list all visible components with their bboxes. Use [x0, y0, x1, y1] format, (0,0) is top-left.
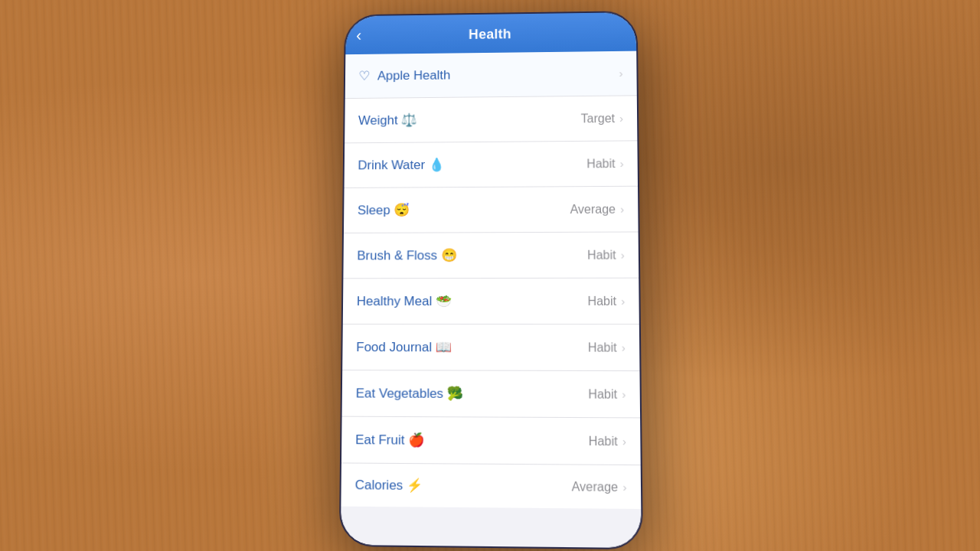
item-title-weight: Weight ⚖️ [358, 112, 417, 129]
chevron-icon-weight: › [619, 112, 623, 125]
item-right-drink-water: Habit › [586, 157, 624, 171]
item-left: ♡ Apple Health [358, 65, 617, 83]
item-badge-eat-vegetables: Habit [588, 387, 617, 401]
list-item-eat-vegetables[interactable]: Eat Vegetables 🥦 Habit › [342, 370, 641, 418]
list-item-healthy-meal[interactable]: Healthy Meal 🥗 Habit › [343, 279, 639, 325]
item-left-eat-fruit: Eat Fruit 🍎 [355, 432, 589, 449]
item-right-eat-vegetables: Habit › [588, 387, 626, 402]
chevron-icon-eat-fruit: › [622, 435, 626, 448]
item-badge-calories: Average [571, 480, 618, 494]
item-title-apple-health: Apple Health [377, 67, 450, 83]
chevron-icon-brush-floss: › [621, 249, 625, 262]
back-icon: ‹ [356, 26, 361, 45]
list-item-calories[interactable]: Calories ⚡ Average › [341, 464, 641, 510]
list-item-weight[interactable]: Weight ⚖️ Target › [345, 96, 637, 143]
item-right-eat-fruit: Habit › [589, 434, 627, 448]
item-left-weight: Weight ⚖️ [358, 111, 581, 129]
item-right-calories: Average › [571, 480, 626, 494]
chevron-icon: › [619, 67, 622, 80]
item-title-healthy-meal: Healthy Meal 🥗 [357, 293, 452, 309]
list-item-food-journal[interactable]: Food Journal 📖 Habit › [342, 324, 639, 371]
item-title-sleep: Sleep 😴 [358, 202, 410, 218]
item-left-drink-water: Drink Water 💧 [358, 156, 586, 174]
item-right-weight: Target › [581, 112, 624, 126]
item-right-brush-floss: Habit › [587, 248, 625, 262]
item-badge-food-journal: Habit [588, 341, 617, 354]
phone-device: ‹ Health ♡ Apple Health › [339, 11, 643, 549]
item-badge-eat-fruit: Habit [589, 434, 618, 448]
list-item-apple-health[interactable]: ♡ Apple Health › [345, 51, 637, 99]
item-left-food-journal: Food Journal 📖 [356, 339, 588, 356]
item-right-apple-health: › [617, 67, 622, 80]
phone-body: ‹ Health ♡ Apple Health › [339, 11, 643, 549]
item-badge-sleep: Average [570, 202, 616, 216]
item-left-sleep: Sleep 😴 [358, 201, 570, 218]
item-right-sleep: Average › [570, 202, 624, 216]
item-badge-weight: Target [581, 112, 616, 126]
list-item-eat-fruit[interactable]: Eat Fruit 🍎 Habit › [341, 417, 641, 466]
chevron-icon-sleep: › [620, 203, 624, 216]
chevron-icon-food-journal: › [622, 341, 626, 354]
settings-list: ♡ Apple Health › Weight ⚖️ Targe [341, 51, 642, 548]
list-item-drink-water[interactable]: Drink Water 💧 Habit › [345, 141, 638, 188]
item-title-eat-fruit: Eat Fruit 🍎 [355, 432, 424, 448]
item-badge-brush-floss: Habit [587, 248, 616, 262]
list-section: ♡ Apple Health › Weight ⚖️ Targe [341, 51, 641, 509]
item-left-brush-floss: Brush & Floss 😁 [357, 247, 587, 264]
phone-screen: ‹ Health ♡ Apple Health › [341, 12, 642, 548]
chevron-icon-drink-water: › [620, 157, 624, 170]
item-badge-drink-water: Habit [586, 157, 616, 171]
page-title: Health [469, 26, 511, 42]
list-item-brush-floss[interactable]: Brush & Floss 😁 Habit › [343, 233, 639, 279]
item-title-drink-water: Drink Water 💧 [358, 157, 444, 173]
item-left-healthy-meal: Healthy Meal 🥗 [357, 293, 588, 309]
item-title-eat-vegetables: Eat Vegetables 🥦 [356, 385, 463, 402]
navigation-bar: ‹ Health [345, 12, 636, 54]
item-title-brush-floss: Brush & Floss 😁 [357, 247, 456, 263]
item-left-calories: Calories ⚡ [355, 477, 572, 495]
item-left-eat-vegetables: Eat Vegetables 🥦 [356, 385, 589, 402]
item-title-calories: Calories ⚡ [355, 477, 423, 494]
item-badge-healthy-meal: Habit [587, 294, 616, 308]
chevron-icon-eat-vegetables: › [622, 387, 626, 400]
heart-icon: ♡ [358, 68, 370, 83]
chevron-icon-calories: › [622, 481, 626, 494]
item-right-healthy-meal: Habit › [587, 294, 625, 308]
back-button[interactable]: ‹ [356, 26, 361, 45]
item-title-food-journal: Food Journal 📖 [356, 339, 452, 355]
item-right-food-journal: Habit › [588, 341, 626, 354]
list-item-sleep[interactable]: Sleep 😴 Average › [344, 187, 639, 233]
chevron-icon-healthy-meal: › [621, 295, 625, 308]
